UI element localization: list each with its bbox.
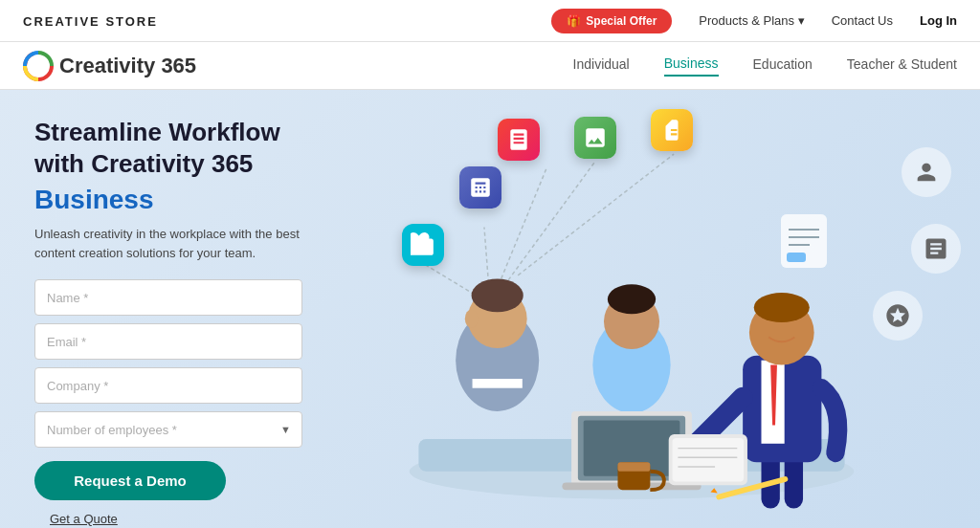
special-offer-button[interactable]: 🎁 Special Offer bbox=[551, 9, 672, 33]
headline-line2: with Creativity 365 bbox=[34, 149, 253, 178]
floating-document bbox=[781, 214, 827, 268]
gift-icon: 🎁 bbox=[567, 14, 581, 28]
sub-navigation: Creativity 365 Individual Business Educa… bbox=[0, 42, 980, 90]
plan-tabs: Individual Business Education Teacher & … bbox=[573, 55, 957, 77]
right-panel: V bbox=[325, 90, 980, 528]
login-link[interactable]: Log In bbox=[920, 13, 957, 28]
book-app-icon bbox=[498, 119, 540, 161]
left-panel: Streamline Workflow with Creativity 365 … bbox=[0, 90, 325, 528]
request-demo-button[interactable]: Request a Demo bbox=[34, 461, 226, 500]
top-nav-right: 🎁 Special Offer Products & Plans ▾ Conta… bbox=[551, 9, 957, 33]
svg-point-16 bbox=[608, 284, 656, 314]
svg-rect-29 bbox=[673, 438, 745, 481]
tab-education[interactable]: Education bbox=[753, 56, 813, 76]
svg-point-27 bbox=[754, 293, 810, 322]
image-app-icon bbox=[574, 117, 616, 159]
top-navigation: CREATIVE STORE 🎁 Special Offer Products … bbox=[0, 0, 980, 42]
svg-rect-41 bbox=[787, 253, 806, 262]
employees-select[interactable]: Number of employees * 1-10 11-50 51-200 … bbox=[34, 411, 302, 448]
company-input[interactable] bbox=[34, 367, 302, 404]
get-quote-link[interactable]: Get a Quote bbox=[50, 512, 118, 526]
logo-icon bbox=[23, 51, 54, 81]
employees-wrapper: Number of employees * 1-10 11-50 51-200 … bbox=[34, 411, 302, 448]
people-illustration bbox=[345, 174, 919, 528]
svg-point-12 bbox=[472, 279, 523, 313]
email-input[interactable] bbox=[34, 323, 302, 360]
svg-rect-34 bbox=[617, 462, 650, 472]
logo-text: Creativity 365 bbox=[59, 54, 196, 78]
doc-app-icon bbox=[651, 109, 693, 151]
name-input[interactable] bbox=[34, 279, 302, 316]
brand-name: CREATIVE STORE bbox=[23, 14, 158, 29]
hero-headline: Streamline Workflow with Creativity 365 bbox=[34, 117, 302, 179]
logo-area: Creativity 365 bbox=[23, 51, 196, 81]
svg-point-13 bbox=[465, 309, 479, 327]
tab-business[interactable]: Business bbox=[664, 55, 719, 77]
svg-rect-10 bbox=[473, 379, 523, 388]
main-content: Streamline Workflow with Creativity 365 … bbox=[0, 90, 980, 528]
tab-teacher-student[interactable]: Teacher & Student bbox=[847, 56, 957, 76]
contact-form: Number of employees * 1-10 11-50 51-200 … bbox=[34, 279, 302, 448]
hero-description: Unleash creativity in the workplace with… bbox=[34, 225, 302, 262]
products-plans-link[interactable]: Products & Plans ▾ bbox=[699, 13, 804, 28]
brand-logo: CREATIVE STORE bbox=[23, 12, 158, 30]
contact-us-link[interactable]: Contact Us bbox=[832, 13, 893, 28]
tab-individual[interactable]: Individual bbox=[573, 56, 630, 76]
headline-line1: Streamline Workflow bbox=[34, 118, 280, 146]
special-offer-label: Special Offer bbox=[586, 14, 657, 28]
headline-blue: Business bbox=[34, 185, 302, 215]
